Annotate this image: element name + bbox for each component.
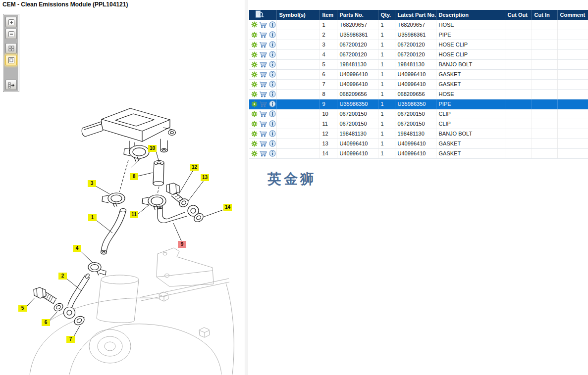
cell-cut-in bbox=[532, 49, 557, 59]
diagram-callout-11[interactable]: 11 bbox=[130, 211, 138, 218]
gear-icon[interactable] bbox=[251, 150, 258, 157]
cell-latest-part-no: 198481130 bbox=[395, 129, 436, 139]
header-item[interactable]: Item bbox=[320, 10, 337, 20]
cell-parts-no: U40996410 bbox=[337, 148, 378, 158]
info-icon[interactable] bbox=[269, 61, 276, 68]
table-row[interactable]: 6U409964101U40996410GASKET bbox=[249, 69, 588, 79]
diagram-callout-2[interactable]: 2 bbox=[58, 273, 67, 280]
diagram-callout-4[interactable]: 4 bbox=[73, 245, 81, 252]
header-qty[interactable]: Qty. bbox=[378, 10, 395, 20]
square-icon bbox=[7, 56, 15, 64]
table-row[interactable]: 7U409964101U40996410GASKET bbox=[249, 79, 588, 89]
cart-icon[interactable] bbox=[259, 61, 267, 68]
cart-icon[interactable] bbox=[259, 21, 267, 28]
info-icon[interactable] bbox=[269, 100, 276, 107]
table-row[interactable]: 110672001501067200150CLIP bbox=[249, 119, 588, 129]
panel-divider[interactable] bbox=[245, 0, 248, 375]
table-row[interactable]: 2U359863611U35986361PIPE bbox=[249, 30, 588, 40]
header-symbols[interactable]: Symbol(s) bbox=[276, 10, 320, 20]
cell-cut-in bbox=[532, 89, 557, 99]
diagram-callout-12[interactable]: 12 bbox=[190, 164, 199, 171]
cell-item: 4 bbox=[320, 49, 337, 59]
header-cut-in[interactable]: Cut In bbox=[532, 10, 557, 20]
table-row[interactable]: 40672001201067200120HOSE CLIP bbox=[249, 49, 588, 59]
cell-actions bbox=[249, 139, 276, 148]
table-header-row: Symbol(s) Item Parts No. Qty. Latest Par… bbox=[249, 10, 588, 20]
table-row[interactable]: 121984811301198481130BANJO BOLT bbox=[249, 129, 588, 139]
table-row[interactable]: 30672001201067200120HOSE CLIP bbox=[249, 40, 588, 49]
arrow-right-icon bbox=[7, 81, 15, 89]
gear-icon[interactable] bbox=[251, 61, 258, 68]
gear-icon[interactable] bbox=[251, 141, 258, 147]
gear-icon[interactable] bbox=[251, 42, 258, 48]
table-row[interactable]: 80682096561068209656HOSE bbox=[249, 89, 588, 99]
gear-icon[interactable] bbox=[251, 71, 258, 78]
table-row[interactable]: 14U409964101U40996410GASKET bbox=[249, 148, 588, 158]
diagram-callout-6[interactable]: 6 bbox=[42, 319, 50, 326]
zoom-in-button[interactable] bbox=[5, 17, 17, 27]
gear-icon[interactable] bbox=[251, 21, 258, 28]
diagram-callout-5[interactable]: 5 bbox=[18, 305, 27, 312]
cart-icon[interactable] bbox=[259, 150, 267, 157]
diagram-callout-7[interactable]: 7 bbox=[66, 336, 75, 343]
info-icon[interactable] bbox=[269, 91, 276, 97]
gear-icon[interactable] bbox=[251, 32, 258, 38]
info-icon[interactable] bbox=[269, 81, 276, 88]
info-icon[interactable] bbox=[269, 140, 276, 147]
table-row[interactable]: 100672001501067200150CLIP bbox=[249, 109, 588, 119]
gear-icon[interactable] bbox=[251, 101, 258, 107]
diagram-callout-8[interactable]: 8 bbox=[130, 173, 138, 180]
cart-icon[interactable] bbox=[259, 81, 267, 88]
info-icon[interactable] bbox=[269, 150, 276, 157]
toggle-panel-button[interactable] bbox=[5, 80, 17, 90]
header-cut-out[interactable]: Cut Out bbox=[505, 10, 532, 20]
gear-icon[interactable] bbox=[251, 91, 258, 97]
diagram-callout-1[interactable]: 1 bbox=[88, 214, 97, 221]
header-comment[interactable]: Comment bbox=[557, 10, 588, 20]
table-row[interactable]: 51984811301198481130BANJO BOLT bbox=[249, 59, 588, 69]
cart-icon[interactable] bbox=[259, 51, 267, 58]
cart-icon[interactable] bbox=[259, 110, 267, 117]
gear-icon[interactable] bbox=[251, 81, 258, 88]
tile-view-button[interactable] bbox=[5, 43, 17, 53]
info-icon[interactable] bbox=[269, 110, 276, 117]
info-icon[interactable] bbox=[269, 21, 276, 28]
header-description[interactable]: Description bbox=[436, 10, 505, 20]
info-icon[interactable] bbox=[269, 41, 276, 48]
table-row[interactable]: 9U359863501U35986350PIPE bbox=[249, 99, 588, 109]
cart-icon[interactable] bbox=[259, 71, 267, 78]
header-parts-no[interactable]: Parts No. bbox=[337, 10, 378, 20]
diagram-callout-14[interactable]: 14 bbox=[223, 204, 232, 211]
cart-icon[interactable] bbox=[259, 31, 267, 38]
single-view-button[interactable] bbox=[5, 55, 17, 65]
diagram-callout-13[interactable]: 13 bbox=[201, 174, 209, 181]
info-icon[interactable] bbox=[269, 31, 276, 38]
cell-cut-out bbox=[505, 49, 532, 59]
info-icon[interactable] bbox=[269, 51, 276, 58]
cart-icon[interactable] bbox=[259, 41, 267, 48]
cart-icon[interactable] bbox=[259, 100, 267, 107]
header-latest-part-no[interactable]: Latest Part No. bbox=[395, 10, 436, 20]
gear-icon[interactable] bbox=[251, 131, 258, 137]
search-parts-icon[interactable] bbox=[255, 10, 264, 18]
cell-latest-part-no: 067200150 bbox=[395, 109, 436, 119]
cart-icon[interactable] bbox=[259, 120, 267, 127]
cart-icon[interactable] bbox=[259, 130, 267, 137]
table-row[interactable]: 13U409964101U40996410GASKET bbox=[249, 139, 588, 148]
gear-icon[interactable] bbox=[251, 51, 258, 58]
diagram-callout-3[interactable]: 3 bbox=[88, 180, 96, 187]
zoom-out-button[interactable] bbox=[5, 29, 17, 39]
table-row[interactable]: 1T682096571T68209657HOSE bbox=[249, 20, 588, 30]
info-icon[interactable] bbox=[269, 120, 276, 127]
gear-icon[interactable] bbox=[251, 111, 258, 117]
diagram-callout-10[interactable]: 10 bbox=[148, 145, 157, 152]
info-icon[interactable] bbox=[269, 71, 276, 78]
info-icon[interactable] bbox=[269, 130, 276, 137]
cell-item: 2 bbox=[320, 30, 337, 40]
diagram-callout-9[interactable]: 9 bbox=[178, 241, 186, 248]
cell-qty: 1 bbox=[378, 99, 395, 109]
cart-icon[interactable] bbox=[259, 91, 267, 97]
cell-actions bbox=[249, 49, 276, 59]
cart-icon[interactable] bbox=[259, 140, 267, 147]
gear-icon[interactable] bbox=[251, 121, 258, 127]
